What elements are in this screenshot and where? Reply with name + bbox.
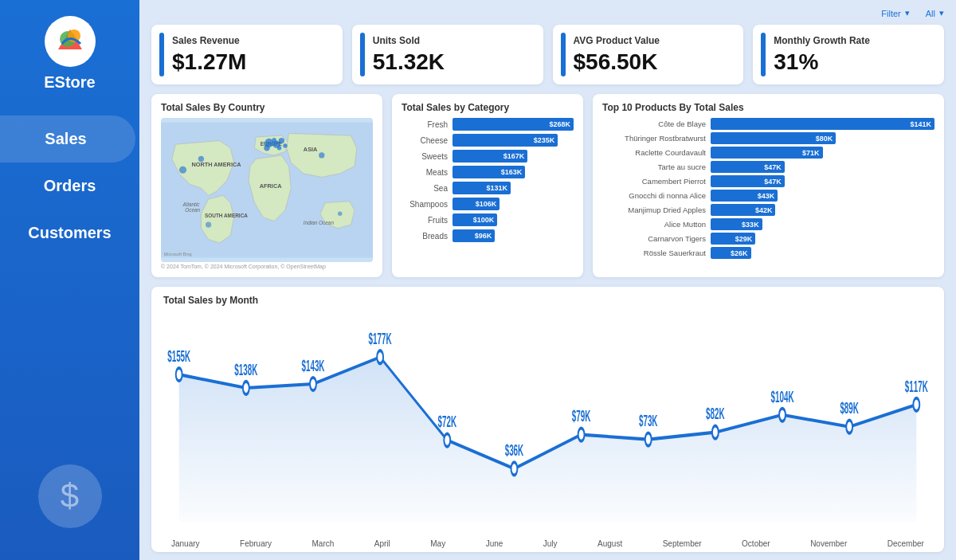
x-axis-label: January	[171, 539, 200, 548]
kpi-bar-accent	[561, 33, 566, 76]
sidebar-item-orders[interactable]: Orders	[0, 163, 139, 210]
svg-text:AFRICA: AFRICA	[260, 182, 282, 190]
product-value: $71K	[802, 149, 820, 157]
product-bar: $42K	[711, 204, 775, 216]
category-value: $235K	[534, 136, 555, 144]
kpi-row: Sales Revenue $1.27M Units Sold 51.32K A…	[151, 25, 944, 84]
category-name: Fresh	[402, 120, 448, 129]
x-axis-label: August	[598, 539, 622, 548]
svg-text:Atlantic: Atlantic	[182, 202, 201, 207]
product-name: Rössle Sauerkraut	[602, 249, 706, 257]
filter-dropdown[interactable]: Filter ▾	[881, 8, 909, 18]
svg-text:NORTH AMERICA: NORTH AMERICA	[192, 161, 242, 168]
svg-text:$79K: $79K	[572, 408, 591, 425]
product-bar: $29K	[711, 233, 755, 245]
svg-point-23	[206, 221, 211, 227]
product-name: Alice Mutton	[602, 220, 706, 229]
sidebar-item-sales[interactable]: Sales	[0, 116, 135, 163]
filter-all-dropdown[interactable]: All ▾	[926, 8, 944, 18]
category-bar: $131K	[453, 182, 511, 194]
product-value: $47K	[764, 178, 782, 186]
product-value: $42K	[755, 206, 773, 214]
category-bar: $268K	[453, 118, 574, 131]
category-row: Sea $131K	[402, 182, 574, 194]
category-bar: $235K	[453, 134, 558, 147]
x-axis-label: December	[887, 539, 924, 548]
product-row: Thüringer Rostbratwurst $80K	[602, 132, 934, 144]
product-value: $29K	[735, 235, 753, 243]
x-axis-label: April	[374, 539, 390, 548]
svg-text:$177K: $177K	[369, 330, 392, 347]
category-value: $167K	[503, 152, 525, 160]
filter-bar: Filter ▾ All ▾	[151, 8, 944, 18]
category-row: Meats $163K	[402, 166, 574, 178]
kpi-bar-accent	[360, 33, 365, 76]
product-row: Manjimup Dried Apples $42K	[602, 204, 934, 216]
x-axis-label: March	[312, 539, 335, 548]
logo-icon	[45, 16, 96, 67]
category-title: Total Sales by Category	[402, 102, 574, 113]
svg-point-48	[913, 398, 919, 411]
svg-point-20	[179, 166, 186, 174]
kpi-units-sold: Units Sold 51.32K	[352, 25, 543, 84]
kpi-bar-accent	[159, 33, 164, 76]
category-row: Breads $96K	[402, 229, 574, 242]
category-value: $131K	[486, 184, 507, 192]
svg-point-40	[645, 433, 652, 445]
svg-text:$155K: $155K	[167, 347, 190, 365]
map-title: Total Sales By Country	[161, 102, 373, 113]
category-bar: $167K	[453, 150, 527, 163]
svg-point-26	[176, 368, 182, 381]
product-value: $43K	[758, 192, 775, 200]
svg-text:$36K: $36K	[505, 441, 524, 459]
svg-text:$104K: $104K	[771, 388, 794, 405]
kpi-value-growth: 31%	[774, 49, 870, 75]
product-row: Camembert Pierrot $47K	[602, 175, 934, 187]
svg-text:Microsoft Bing: Microsoft Bing	[164, 253, 192, 257]
kpi-sales-revenue: Sales Revenue $1.27M	[151, 25, 343, 84]
svg-text:Ocean: Ocean	[185, 207, 200, 213]
category-value: $96K	[475, 232, 492, 240]
sidebar-item-customers[interactable]: Customers	[0, 210, 139, 257]
category-value: $100K	[473, 216, 495, 224]
kpi-bar-accent	[761, 33, 766, 76]
logo-label: EStore	[44, 73, 95, 92]
products-title: Top 10 Products By Total Sales	[602, 102, 934, 113]
product-value: $33K	[742, 221, 759, 229]
category-name: Sea	[402, 184, 448, 193]
svg-text:ASIA: ASIA	[304, 146, 318, 153]
kpi-label-growth: Monthly Growth Rate	[774, 35, 870, 46]
category-value: $268K	[549, 120, 570, 128]
svg-point-32	[377, 350, 383, 363]
kpi-label-sales: Sales Revenue	[172, 35, 246, 46]
svg-text:Indian Ocean: Indian Ocean	[304, 220, 335, 225]
logo-area: EStore	[44, 16, 95, 92]
svg-point-36	[511, 462, 517, 475]
monthly-chart-card: Total Sales by Month $155K$138K$143K$177…	[151, 287, 944, 552]
product-bar: $43K	[711, 190, 778, 202]
svg-point-19	[277, 146, 282, 151]
product-value: $26K	[731, 249, 748, 257]
category-name: Shampoos	[402, 200, 448, 209]
category-bars: Fresh $268K Cheese $235K Sweets $167K Me…	[402, 118, 574, 269]
product-name: Thüringer Rostbratwurst	[602, 134, 706, 143]
product-row: Rössle Sauerkraut $26K	[602, 247, 934, 259]
product-name: Raclette Courdavault	[602, 148, 706, 157]
category-row: Fresh $268K	[402, 118, 574, 131]
product-value: $80K	[816, 135, 833, 143]
product-value: $47K	[764, 163, 782, 171]
dollar-icon: $	[38, 464, 102, 528]
x-axis-label: November	[810, 539, 847, 548]
kpi-label-units: Units Sold	[373, 35, 445, 46]
category-value: $106K	[476, 200, 497, 208]
category-bar: $163K	[453, 166, 525, 178]
product-name: Tarte au sucre	[602, 163, 706, 171]
product-row: Gnocchi di nonna Alice $43K	[602, 190, 934, 202]
x-axis-label: February	[240, 539, 272, 548]
svg-text:$117K: $117K	[905, 378, 928, 395]
product-row: Tarte au sucre $47K	[602, 161, 934, 173]
category-row: Sweets $167K	[402, 150, 574, 163]
world-map: NORTH AMERICA SOUTH AMERICA EUROPE ASIA …	[161, 118, 373, 262]
kpi-value-units: 51.32K	[373, 49, 445, 75]
map-chart: Total Sales By Country	[151, 94, 382, 277]
